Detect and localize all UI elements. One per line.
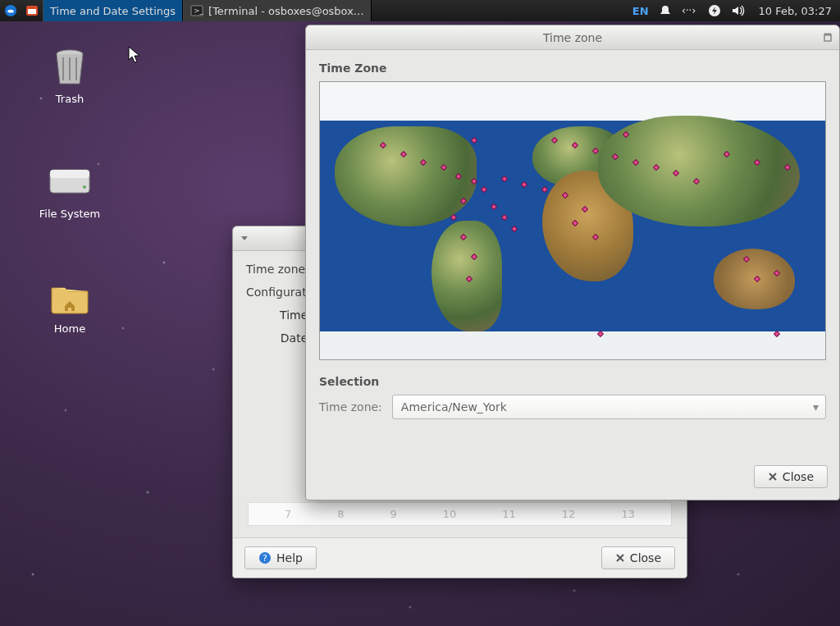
configuration-label: Configurat bbox=[246, 286, 307, 299]
svg-text:‹··›: ‹··› bbox=[682, 5, 696, 16]
app-menu-button[interactable] bbox=[0, 0, 21, 21]
desktop-icon-label: Trash bbox=[33, 93, 107, 105]
close-button[interactable]: Close bbox=[754, 465, 828, 488]
titlebar[interactable]: Time zone bbox=[306, 25, 839, 50]
mouse-cursor bbox=[127, 45, 144, 68]
taskbar-task-label: Time and Date Settings bbox=[50, 5, 176, 17]
timezone-combobox-value: America/New_York bbox=[401, 400, 507, 414]
maximize-icon[interactable] bbox=[821, 31, 834, 44]
dialog-button-row: ? Help Close bbox=[233, 537, 687, 578]
section-map-title: Time Zone bbox=[319, 62, 826, 75]
trash-icon bbox=[48, 45, 91, 88]
taskbar-task-terminal[interactable]: >_ [Terminal - osboxes@osbox… bbox=[183, 0, 372, 21]
calendar-week-row[interactable]: 7 8 9 10 11 12 13 bbox=[248, 502, 672, 526]
timezone-combobox[interactable]: America/New_York bbox=[392, 395, 826, 419]
terminal-icon: >_ bbox=[190, 4, 203, 17]
svg-text:>_: >_ bbox=[194, 7, 203, 15]
help-icon: ? bbox=[258, 551, 272, 564]
hard-drive-icon bbox=[48, 160, 91, 203]
help-button[interactable]: ? Help bbox=[244, 546, 317, 569]
window-menu-icon[interactable] bbox=[233, 232, 249, 245]
desktop-icon-trash[interactable]: Trash bbox=[33, 45, 107, 105]
timezone-select-label: Time zone: bbox=[319, 400, 382, 414]
desktop-icon-home[interactable]: Home bbox=[33, 275, 107, 335]
timezone-map[interactable] bbox=[319, 81, 826, 360]
close-icon bbox=[768, 472, 778, 482]
volume-icon[interactable] bbox=[726, 0, 751, 21]
home-folder-icon bbox=[48, 275, 91, 318]
window-timezone: Time zone Time Zone bbox=[305, 25, 840, 500]
svg-point-10 bbox=[83, 185, 86, 189]
section-selection-title: Selection bbox=[319, 375, 826, 388]
notifications-icon[interactable] bbox=[654, 0, 677, 21]
window-title: Time zone bbox=[306, 31, 839, 44]
taskbar: Time and Date Settings >_ [Terminal - os… bbox=[0, 0, 840, 21]
taskbar-task-label: [Terminal - osboxes@osbox… bbox=[208, 5, 364, 17]
network-icon[interactable]: ‹··› bbox=[677, 0, 703, 21]
clock[interactable]: 10 Feb, 03:27 bbox=[751, 0, 840, 21]
taskbar-task-time-date[interactable]: Time and Date Settings bbox=[43, 0, 183, 21]
calendar-applet-button[interactable] bbox=[21, 0, 43, 21]
close-button[interactable]: Close bbox=[601, 546, 675, 569]
power-manager-icon[interactable] bbox=[703, 0, 726, 21]
svg-rect-2 bbox=[28, 9, 36, 14]
timezone-label: Time zone bbox=[246, 263, 305, 276]
desktop-icon-label: File System bbox=[33, 208, 107, 220]
desktop-icon-filesystem[interactable]: File System bbox=[33, 160, 107, 220]
svg-rect-9 bbox=[50, 170, 89, 178]
desktop-icon-label: Home bbox=[33, 322, 107, 335]
svg-text:?: ? bbox=[262, 553, 267, 564]
close-icon bbox=[615, 553, 625, 563]
keyboard-indicator[interactable]: EN bbox=[628, 0, 654, 21]
